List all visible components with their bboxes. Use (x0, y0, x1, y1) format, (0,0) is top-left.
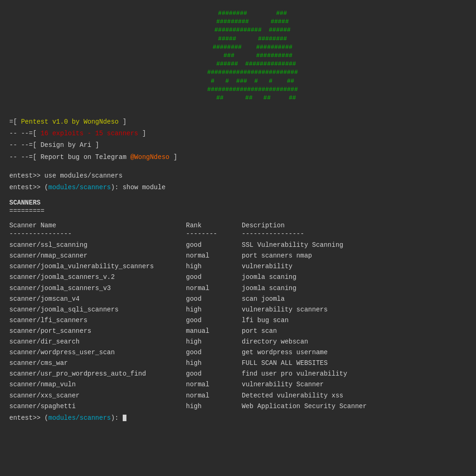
section-title: SCANNERS (9, 199, 467, 206)
scanner-desc: vulnerability scanners (242, 304, 467, 315)
scanner-name: scanner/jomscan_v4 (9, 294, 186, 304)
scanner-rank: high (186, 304, 242, 315)
table-header-row: Scanner Name Rank Description (9, 222, 467, 229)
table-row: scanner/spaghettihighWeb Application Sec… (9, 401, 467, 412)
scanner-rank: normal (186, 379, 242, 390)
scanner-desc: port scan (242, 326, 467, 337)
scanner-rank: high (186, 261, 242, 272)
final-prompt-module: modules/scanners (48, 414, 111, 422)
header-rank: Rank (186, 222, 242, 229)
info-line-4: -- --=[ Report bug on Telegram @WongNdes… (9, 152, 467, 163)
scanner-desc: FULL SCAN ALL WEBSITES (242, 358, 467, 369)
table-row: scanner/xxs_scanernormalDetected vulnera… (9, 390, 467, 401)
info-highlight-4: @WongNdeso (130, 153, 169, 161)
scanner-name: scanner/dir_search (9, 337, 186, 347)
scanner-desc: find user pro vulnerability (242, 369, 467, 379)
info-line-1: =[ Pentest v1.0 by WongNdeso ] (9, 116, 467, 128)
final-prompt-text: entest>> ( (9, 414, 48, 422)
info-suffix-4: ] (173, 153, 177, 161)
scanner-name: scanner/nmap_vuln (9, 379, 186, 390)
scanner-desc: SSL Vulnerability Scanning (242, 240, 467, 251)
scanner-rank: normal (186, 251, 242, 261)
scanner-desc: scan joomla (242, 294, 467, 304)
scanner-name: scanner/ssl_scanning (9, 240, 186, 251)
table-row: scanner/joomla_vulnerability_scannershig… (9, 261, 467, 272)
info-line-3: -- --=[ Design by Ari ] (9, 139, 467, 151)
table-row: scanner/nmap_scannernormalport scanners … (9, 251, 467, 261)
scanner-desc: get wordpress username (242, 347, 467, 358)
section-underline: ========= (9, 207, 467, 215)
scanner-desc: lfi bug scan (242, 315, 467, 326)
info-label-2: 16 exploits - 15 scanners (40, 130, 138, 137)
prompt-module-2: modules/scanners (48, 184, 111, 191)
scanner-name: scanner/nmap_scanner (9, 251, 186, 261)
info-prefix-3: -- --=[ (9, 141, 37, 149)
scanner-rank: good (186, 272, 242, 283)
info-suffix-1: ] (123, 118, 126, 126)
scanner-rank: good (186, 347, 242, 358)
table-row: scanner/dir_searchhighdirectory webscan (9, 337, 467, 347)
table-row: scanner/ssl_scanninggoodSSL Vulnerabilit… (9, 240, 467, 251)
scanner-desc: Web Application Security Scanner (242, 401, 467, 412)
scanner-name: scanner/spaghetti (9, 401, 186, 412)
table-row: scanner/joomla_scanners_v.2goodjoomla sc… (9, 272, 467, 283)
divider-desc: ---------------- (242, 230, 467, 238)
divider-rank: -------- (186, 230, 242, 238)
scanner-desc: port scanners nmap (242, 251, 467, 261)
scanner-desc: joomla scaning (242, 283, 467, 294)
scanner-desc: vulnerability Scanner (242, 379, 467, 390)
info-line-2: -- --=[ 16 exploits - 15 scanners ] (9, 128, 467, 139)
scanner-name: scanner/port_scanners (9, 326, 186, 337)
info-suffix-2: ] (142, 130, 146, 137)
info-label-4: Report bug on Telegram (40, 153, 130, 161)
scanner-table: Scanner Name Rank Description ----------… (9, 222, 467, 412)
info-block: =[ Pentest v1.0 by WongNdeso ] -- --=[ 1… (9, 116, 467, 163)
table-row: scanner/lfi_scannersgoodlfi bug scan (9, 315, 467, 326)
scanner-rank: normal (186, 390, 242, 401)
scanner-rank: high (186, 358, 242, 369)
ascii-art-logo: ######## ### ######### ##### ###########… (9, 5, 467, 112)
scanner-desc: directory webscan (242, 337, 467, 347)
scanner-desc: Detected vulnerability xss (242, 390, 467, 401)
scanner-rank: good (186, 294, 242, 304)
scanner-name: scanner/joomla_sqli_scanners (9, 304, 186, 315)
prompt-text-2: entest>> ( (9, 184, 48, 191)
info-prefix-2: -- --=[ (9, 130, 37, 137)
info-label-3: Design by Ari (40, 141, 91, 149)
info-label-1: Pentest v1.0 by WongNdeso (21, 118, 119, 126)
command-2: entest>> (modules/scanners): show module (9, 182, 467, 193)
table-row: scanner/wordpress_user_scangoodget wordp… (9, 347, 467, 358)
scanner-desc: vulnerability (242, 261, 467, 272)
scanner-desc: joomla scaning (242, 272, 467, 283)
scanner-rank: normal (186, 283, 242, 294)
scanner-name: scanner/xxs_scaner (9, 390, 186, 401)
scanner-rank: good (186, 240, 242, 251)
table-row: scanner/port_scannersmanualport scan (9, 326, 467, 337)
prompt-suffix-2: ): show module (111, 184, 165, 191)
scanner-name: scanner/joomla_scanners_v3 (9, 283, 186, 294)
info-prefix-1: =[ (9, 118, 17, 126)
cursor-blink (123, 415, 126, 421)
prompt-text-1: entest>> use modules/scanners (9, 172, 123, 179)
scanner-name: scanner/cms_war (9, 358, 186, 369)
terminal-window: ######## ### ######### ##### ###########… (0, 0, 476, 476)
scanner-rank: good (186, 369, 242, 379)
final-prompt[interactable]: entest>> (modules/scanners): (9, 414, 467, 422)
table-row: scanner/jomscan_v4goodscan joomla (9, 294, 467, 304)
scanner-name: scanner/usr_pro_wordpress_auto_find (9, 369, 186, 379)
scanner-name: scanner/wordpress_user_scan (9, 347, 186, 358)
scanner-rank: manual (186, 326, 242, 337)
final-prompt-suffix: ): (111, 414, 126, 422)
scanner-rank: high (186, 337, 242, 347)
table-row: scanner/nmap_vulnnormalvulnerability Sca… (9, 379, 467, 390)
header-desc: Description (242, 222, 467, 229)
table-divider-row: ---------------- -------- --------------… (9, 230, 467, 238)
table-row: scanner/cms_warhighFULL SCAN ALL WEBSITE… (9, 358, 467, 369)
table-row: scanner/joomla_scanners_v3normaljoomla s… (9, 283, 467, 294)
scanner-name: scanner/joomla_vulnerability_scanners (9, 261, 186, 272)
divider-name: ---------------- (9, 230, 186, 238)
header-name: Scanner Name (9, 222, 186, 229)
command-1: entest>> use modules/scanners (9, 170, 467, 182)
info-suffix-3: ] (95, 141, 99, 149)
table-row: scanner/usr_pro_wordpress_auto_findgoodf… (9, 369, 467, 379)
